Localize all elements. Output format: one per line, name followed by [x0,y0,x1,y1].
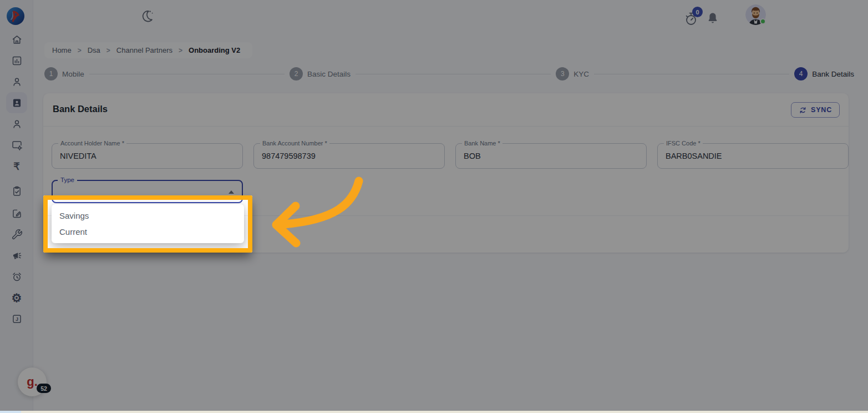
breadcrumb-home[interactable]: Home [52,46,72,54]
feedback-widget-logo: g. [27,375,38,389]
type-option-savings[interactable]: Savings [52,208,244,224]
type-select-label: Type [58,177,77,183]
dashboard-icon [11,55,23,67]
person-icon [11,118,23,130]
account-holder-name-field[interactable]: Account Holder Name * NIVEDITA [52,143,243,169]
dark-mode-moon-icon[interactable] [140,9,154,23]
sidebar-item-payments[interactable]: ₹ [0,156,33,177]
type-select-value [53,181,242,189]
sidebar-item-dashboard[interactable] [0,50,33,71]
card-title: Bank Details [53,104,108,114]
type-option-current[interactable]: Current [52,224,244,240]
sidebar-item-channel-partners[interactable] [0,92,33,113]
breadcrumb: Home > Dsa > Channel Partners > Onboardi… [44,42,252,58]
bank-account-number-field[interactable]: Bank Account Number * 987479598739 [253,143,445,169]
step-number: 3 [556,67,569,80]
online-status-dot [760,18,766,24]
step-label: Basic Details [307,70,351,78]
sidebar-item-journal[interactable]: J [0,308,33,329]
breadcrumb-dsa[interactable]: Dsa [88,46,100,54]
timer-count-badge: 0 [692,7,703,17]
sidebar-item-settings[interactable]: ⚙ [0,287,33,308]
sync-button[interactable]: SYNC [791,102,840,118]
field-label: Account Holder Name * [58,140,126,147]
megaphone-icon [11,250,23,261]
sidebar-item-tasks[interactable] [0,180,33,202]
id-badge-icon [11,97,23,109]
sidebar-item-reminders[interactable] [0,266,33,287]
breadcrumb-separator: > [179,47,182,54]
ifsc-code-field[interactable]: IFSC Code * BARB0SANDIE [657,143,849,169]
breadcrumb-current: Onboarding V2 [189,46,240,54]
step-mobile[interactable]: 1 Mobile [44,67,84,80]
sidebar: ₹ ⚙ J [0,0,33,413]
notifications-bell-icon[interactable] [705,11,720,26]
sync-icon [799,106,807,114]
field-label: IFSC Code * [664,140,703,147]
breadcrumb-separator: > [78,47,82,54]
gear-icon: ⚙ [12,292,22,304]
bank-name-field[interactable]: Bank Name * BOB [455,143,647,169]
home-icon [11,34,23,46]
step-label: Mobile [62,70,84,78]
svg-text:J: J [15,316,18,322]
step-bank-details[interactable]: 4 Bank Details [794,67,854,80]
feedback-count-badge: 52 [37,384,51,393]
field-label: Bank Account Number * [260,140,329,147]
sidebar-item-portal-settings[interactable] [0,134,33,155]
step-number: 2 [290,67,303,80]
step-label: Bank Details [812,70,854,78]
wrench-icon [11,229,23,240]
account-type-select[interactable]: Type [52,180,243,203]
sidebar-item-campaigns[interactable] [0,245,33,266]
step-basic-details[interactable]: 2 Basic Details [290,67,351,80]
sidebar-item-leads[interactable] [0,71,33,92]
stepper-connector [594,74,789,74]
breadcrumb-channel-partners[interactable]: Channel Partners [116,46,172,54]
chevron-up-icon [229,190,234,194]
field-label: Bank Name * [462,140,502,147]
onboarding-stepper: 1 Mobile 2 Basic Details 3 KYC 4 Bank De… [44,67,854,81]
note-edit-icon [11,208,23,219]
step-label: KYC [573,70,589,78]
person-icon [11,76,23,88]
sidebar-item-home[interactable] [0,29,33,50]
bottom-edge-strip [0,411,868,413]
stepper-connector [356,74,551,74]
rupee-icon: ₹ [13,162,19,172]
card-header-divider [43,126,849,127]
step-number: 1 [44,67,58,80]
journal-j-icon: J [11,313,23,325]
step-kyc[interactable]: 3 KYC [556,67,589,80]
step-number: 4 [794,67,808,80]
app-logo-icon [6,7,25,26]
sync-button-label: SYNC [811,106,832,114]
sidebar-item-tools[interactable] [0,224,33,245]
sidebar-item-notes[interactable] [0,203,33,224]
sidebar-item-customers[interactable] [0,113,33,134]
window-settings-icon [11,139,23,151]
alarm-clock-icon [11,271,23,283]
breadcrumb-separator: > [106,47,110,54]
stepper-connector [89,74,285,74]
type-dropdown-menu: Savings Current [52,204,244,243]
clipboard-check-icon [11,185,23,197]
